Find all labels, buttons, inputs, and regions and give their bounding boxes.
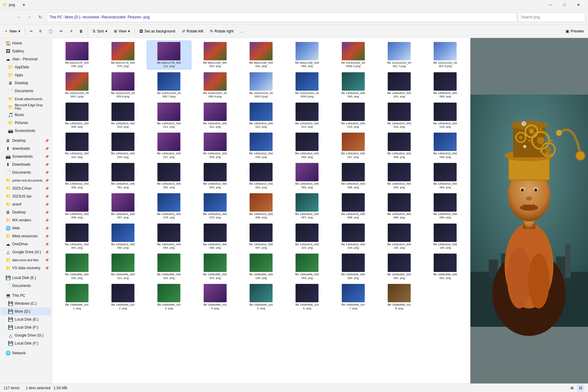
sidebar-item-meta[interactable]: 📁 Meta resources 📌 — [1, 232, 51, 240]
file-item[interactable]: file 1456x816_000051. png — [100, 161, 145, 190]
file-item[interactable]: file 1456x816_000009. png — [55, 101, 99, 130]
sidebar-item-catax[interactable]: 📁 2023-CAtax 📌 — [1, 184, 51, 192]
file-item[interactable]: file 1456x816_000102. png — [285, 222, 330, 251]
sidebar-item-gdrive[interactable]: △ Google Drive (G:) 📌 — [1, 248, 51, 256]
sidebar-item-datarecov[interactable]: 📁 data recov test files 📌 — [1, 256, 51, 264]
sidebar-item-music[interactable]: 🎵 Music — [1, 111, 51, 119]
file-item[interactable]: file 1568x896_xxx7. png — [331, 282, 375, 311]
file-item[interactable]: file 1456x816_000078. png — [147, 192, 191, 221]
file-item[interactable]: file 1568x896_xxx8. png — [377, 282, 421, 311]
file-item[interactable]: file 1456x816_000064. png — [423, 161, 468, 190]
file-item[interactable]: file 1456x816_000050. png — [55, 161, 99, 190]
sidebar-item-localef2[interactable]: 💾 Local Disk (F:) — [1, 339, 51, 347]
file-item[interactable]: file 1568x896_000021. png — [100, 252, 145, 281]
file-item[interactable]: file 1024x1024_00009 5.png — [239, 71, 283, 100]
file-item[interactable]: file 1456x816_000091. png — [55, 222, 99, 251]
sidebar-item-network[interactable]: 🌐 Network — [1, 349, 51, 357]
file-item[interactable]: file 1456x816_000013. png — [239, 101, 283, 130]
back-btn[interactable]: ← — [2, 12, 12, 22]
delete-button[interactable]: 🗑 — [76, 26, 86, 37]
file-item[interactable]: file 1456x816_000012. png — [193, 101, 237, 130]
file-item[interactable]: file 1456x816_000047. png — [331, 131, 375, 160]
file-item[interactable]: file 1568x896_xxx6. png — [285, 282, 330, 311]
file-item[interactable]: file 1456x816_000028. png — [193, 131, 237, 160]
file-item[interactable]: file 1456x816_000097. png — [239, 222, 283, 251]
close-btn[interactable]: ✕ — [571, 0, 586, 10]
file-item[interactable]: file 1456x816_000014. png — [285, 101, 330, 130]
file-item[interactable]: file 960x1248_000042. png — [239, 40, 283, 70]
file-item[interactable]: file 960x1248_000003. png — [193, 40, 237, 70]
sidebar-item-docs2[interactable]: 📄 Documents 📌 — [1, 168, 51, 176]
file-item[interactable]: file 1568x896_xxx2. png — [100, 282, 145, 311]
new-button[interactable]: ＋ New ▾ — [1, 26, 23, 37]
sidebar-item-desktop[interactable]: 🖥 Desktop — [1, 79, 51, 87]
sidebar-item-home[interactable]: 🏠 Home — [1, 39, 51, 47]
more-button[interactable]: ... — [237, 26, 247, 37]
sidebar-item-edge[interactable]: 📁 Microsoft Edge Drop Files — [1, 103, 51, 111]
file-item[interactable]: file 1456x816_000016. png — [377, 101, 421, 130]
breadcrumb-png[interactable]: png — [143, 15, 149, 19]
large-icons-btn[interactable]: ⊟ — [577, 384, 584, 392]
file-item[interactable]: file 1024x1024_000000 2.png — [331, 40, 375, 70]
view-button[interactable]: ⊞ View ▾ — [111, 26, 133, 37]
file-item[interactable]: file 1456x816_000093. png — [147, 222, 191, 251]
sidebar-item-email[interactable]: 📁 Email attachments — [1, 95, 51, 103]
file-item[interactable]: file 1568x896_xxx4. png — [193, 282, 237, 311]
file-item[interactable]: file 642x1278_000036. png — [55, 40, 99, 70]
sidebar-item-documents[interactable]: 📄 Documents — [1, 87, 51, 95]
rename-button[interactable]: ✏ — [57, 26, 66, 37]
sidebar-item-downloads[interactable]: ⬇ downloads 📌 — [1, 145, 51, 153]
file-item[interactable]: file 1568x896_000022. png — [147, 252, 191, 281]
file-item[interactable]: file 1568x896_000023. png — [193, 252, 237, 281]
file-item[interactable]: file 1456x816_000015. png — [331, 101, 375, 130]
file-item[interactable]: file 1024x1024_00001 8.png — [423, 40, 468, 70]
file-item[interactable]: file 1456x816_000089. png — [377, 192, 421, 221]
maximize-btn[interactable]: □ — [557, 0, 571, 10]
sidebar-item-localef[interactable]: 💾 Local Disk (F:) — [1, 323, 51, 331]
paste-button[interactable]: 📋 — [45, 26, 56, 37]
file-item[interactable]: file 1456x816_000000. png — [331, 71, 375, 100]
sidebar-item-winc[interactable]: 💾 Windows (C:) — [1, 300, 51, 307]
refresh-btn[interactable]: ↻ — [36, 12, 45, 22]
share-button[interactable]: ↗ — [66, 26, 76, 37]
file-item[interactable]: file 1456x816_000067. png — [100, 192, 145, 221]
sidebar-item-locale2[interactable]: 💾 Local Disk (E:) — [1, 315, 51, 323]
preview-button[interactable]: ▣ Preview — [563, 26, 587, 37]
file-item[interactable]: file 1456x816_000052. png — [147, 161, 191, 190]
file-item[interactable]: file 1456x816_000010. png — [100, 101, 145, 130]
file-item[interactable]: file 1568x896_xxx5. png — [239, 282, 283, 311]
file-item[interactable]: file 1024x1024_00004 1.png — [55, 71, 99, 100]
sidebar-item-vsdata[interactable]: 📁 VS data recovery 📌 — [1, 264, 51, 272]
sidebar-item-alan[interactable]: ☁ Alan - Personal — [1, 55, 51, 63]
sidebar-item-apps[interactable]: 📁 Apps — [1, 71, 51, 79]
file-item[interactable]: file 1456x816_000103. png — [331, 222, 375, 251]
set-bg-button[interactable]: 🖼 Set as background — [136, 26, 178, 37]
file-item[interactable]: file 1456x816_000040. png — [285, 131, 330, 160]
sidebar-item-mored[interactable]: 💾 More (D:) — [1, 307, 51, 315]
breadcrumb-mored[interactable]: More (D:) — [65, 15, 81, 19]
copy-button[interactable]: ⎘ — [36, 26, 45, 37]
sidebar-item-docs3[interactable]: 📄 Documents — [1, 282, 51, 290]
rotate-right-button[interactable]: ↻ Rotate right — [207, 26, 237, 37]
file-item[interactable]: file 1024x1024_00001 7.png — [377, 40, 421, 70]
file-item[interactable]: file 1456x816_000088. png — [331, 192, 375, 221]
file-item[interactable]: file 1456x816_000058. png — [331, 161, 375, 190]
forward-btn[interactable]: → — [13, 12, 23, 22]
file-item[interactable]: file 1456x816_000094. png — [193, 222, 237, 251]
file-item[interactable]: file 1456x816_000079. png — [193, 192, 237, 221]
file-item[interactable]: file 1456x816_000090. png — [423, 192, 468, 221]
file-item[interactable]: file 642x1278_000075. png — [100, 40, 145, 70]
sidebar-item-locale[interactable]: 💾 Local Disk (E:) — [1, 274, 51, 282]
sidebar-item-downloads2[interactable]: ⬇ Downloads 📌 — [1, 160, 51, 168]
file-item[interactable]: file 1456x816_000054. png — [239, 161, 283, 190]
breadcrumb-recovered[interactable]: recovered — [83, 15, 99, 19]
sidebar-item-screenshots2[interactable]: 📷 Screenshots 📌 — [1, 153, 51, 160]
file-item[interactable]: file 1456x816_000086. png — [239, 192, 283, 221]
sidebar-item-desktop2[interactable]: 🖥 Desktop 📌 — [1, 137, 51, 145]
file-item[interactable]: file 1456x816_000011. png — [147, 101, 191, 130]
file-item[interactable]: file 1456x816_000063. png — [377, 161, 421, 190]
file-item[interactable]: file 1568x896_000061. png — [377, 252, 421, 281]
file-item[interactable]: file 1456x816_000066. png — [55, 192, 99, 221]
file-item[interactable]: file 1456x816_000053. png — [193, 161, 237, 190]
file-item[interactable]: file 1024x1024_00005 6.png — [100, 71, 145, 100]
